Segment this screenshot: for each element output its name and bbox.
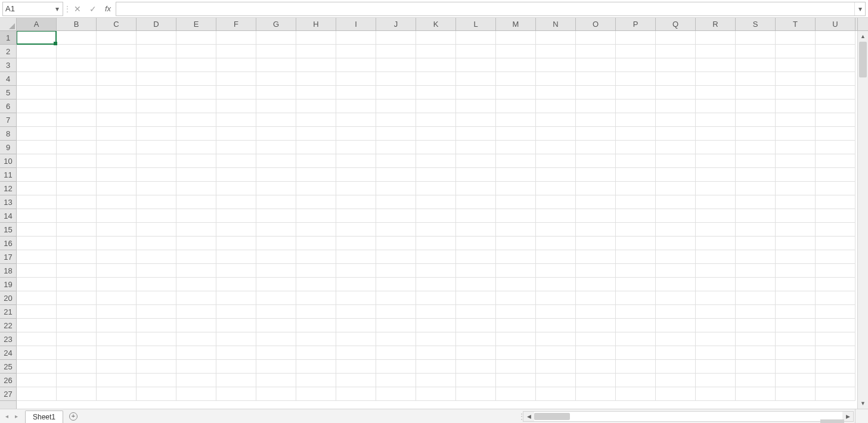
cell-F2[interactable] bbox=[216, 45, 256, 58]
vertical-scrollbar[interactable]: ▲ ▼ bbox=[857, 31, 868, 409]
cell-Q26[interactable] bbox=[656, 374, 696, 387]
cell-P12[interactable] bbox=[616, 182, 656, 195]
cell-F3[interactable] bbox=[216, 58, 256, 72]
cell-G18[interactable] bbox=[256, 264, 296, 278]
cell-H18[interactable] bbox=[296, 264, 336, 278]
cell-N1[interactable] bbox=[536, 31, 576, 45]
cell-K20[interactable] bbox=[416, 291, 456, 305]
column-header-l[interactable]: L bbox=[456, 18, 496, 30]
cell-U1[interactable] bbox=[816, 31, 855, 45]
cell-U23[interactable] bbox=[816, 332, 855, 346]
cell-N3[interactable] bbox=[536, 58, 576, 72]
cell-D13[interactable] bbox=[137, 195, 176, 209]
column-header-k[interactable]: K bbox=[416, 18, 456, 30]
cell-I26[interactable] bbox=[336, 374, 376, 387]
cell-T23[interactable] bbox=[776, 332, 816, 346]
cell-Q8[interactable] bbox=[656, 127, 696, 141]
column-header-h[interactable]: H bbox=[296, 18, 336, 30]
cell-O7[interactable] bbox=[576, 113, 616, 127]
cell-D25[interactable] bbox=[137, 360, 176, 374]
cell-C15[interactable] bbox=[97, 223, 137, 237]
cell-K9[interactable] bbox=[416, 141, 456, 154]
cell-S11[interactable] bbox=[736, 168, 776, 182]
cell-F24[interactable] bbox=[216, 346, 256, 360]
cell-B26[interactable] bbox=[57, 374, 97, 387]
cell-L22[interactable] bbox=[456, 319, 496, 332]
cell-O19[interactable] bbox=[576, 278, 616, 291]
cell-S16[interactable] bbox=[736, 237, 776, 250]
cell-F11[interactable] bbox=[216, 168, 256, 182]
cell-I18[interactable] bbox=[336, 264, 376, 278]
cell-G17[interactable] bbox=[256, 250, 296, 264]
cell-A10[interactable] bbox=[17, 154, 57, 168]
cell-R7[interactable] bbox=[696, 113, 736, 127]
cell-R18[interactable] bbox=[696, 264, 736, 278]
cell-R13[interactable] bbox=[696, 195, 736, 209]
scroll-down-icon[interactable]: ▼ bbox=[858, 398, 868, 409]
cell-J17[interactable] bbox=[376, 250, 416, 264]
cell-F27[interactable] bbox=[216, 387, 256, 401]
cell-Q22[interactable] bbox=[656, 319, 696, 332]
cell-K27[interactable] bbox=[416, 387, 456, 401]
cell-R23[interactable] bbox=[696, 332, 736, 346]
cell-C4[interactable] bbox=[97, 72, 137, 86]
vertical-scroll-thumb[interactable] bbox=[859, 42, 867, 77]
cell-F16[interactable] bbox=[216, 237, 256, 250]
cell-J7[interactable] bbox=[376, 113, 416, 127]
cell-K22[interactable] bbox=[416, 319, 456, 332]
cell-O24[interactable] bbox=[576, 346, 616, 360]
name-box-resize-handle[interactable]: ⋮ bbox=[66, 2, 69, 15]
cell-D5[interactable] bbox=[137, 86, 176, 99]
cell-R19[interactable] bbox=[696, 278, 736, 291]
cell-D16[interactable] bbox=[137, 237, 176, 250]
cell-I20[interactable] bbox=[336, 291, 376, 305]
cell-A8[interactable] bbox=[17, 127, 57, 141]
cell-B4[interactable] bbox=[57, 72, 97, 86]
cell-T20[interactable] bbox=[776, 291, 816, 305]
cell-K7[interactable] bbox=[416, 113, 456, 127]
cell-H10[interactable] bbox=[296, 154, 336, 168]
cell-A12[interactable] bbox=[17, 182, 57, 195]
column-header-u[interactable]: U bbox=[816, 18, 855, 30]
cell-A14[interactable] bbox=[17, 209, 57, 223]
row-header-17[interactable]: 17 bbox=[0, 250, 16, 264]
cell-O13[interactable] bbox=[576, 195, 616, 209]
cell-N11[interactable] bbox=[536, 168, 576, 182]
cell-P20[interactable] bbox=[616, 291, 656, 305]
cell-L9[interactable] bbox=[456, 141, 496, 154]
cell-G6[interactable] bbox=[256, 99, 296, 113]
cell-B20[interactable] bbox=[57, 291, 97, 305]
cell-B10[interactable] bbox=[57, 154, 97, 168]
cell-D20[interactable] bbox=[137, 291, 176, 305]
cell-P6[interactable] bbox=[616, 99, 656, 113]
cell-D6[interactable] bbox=[137, 99, 176, 113]
cell-R9[interactable] bbox=[696, 141, 736, 154]
row-header-18[interactable]: 18 bbox=[0, 264, 16, 278]
cell-G22[interactable] bbox=[256, 319, 296, 332]
cell-C6[interactable] bbox=[97, 99, 137, 113]
cell-L23[interactable] bbox=[456, 332, 496, 346]
cell-R15[interactable] bbox=[696, 223, 736, 237]
cell-B27[interactable] bbox=[57, 387, 97, 401]
cell-B16[interactable] bbox=[57, 237, 97, 250]
cell-M16[interactable] bbox=[496, 237, 536, 250]
row-header-2[interactable]: 2 bbox=[0, 45, 16, 58]
cell-D8[interactable] bbox=[137, 127, 176, 141]
cell-G23[interactable] bbox=[256, 332, 296, 346]
vertical-scroll-track[interactable] bbox=[858, 42, 868, 398]
cell-E9[interactable] bbox=[176, 141, 216, 154]
cell-G15[interactable] bbox=[256, 223, 296, 237]
cell-I23[interactable] bbox=[336, 332, 376, 346]
cell-I11[interactable] bbox=[336, 168, 376, 182]
cell-B2[interactable] bbox=[57, 45, 97, 58]
name-box[interactable]: ▾ bbox=[2, 2, 63, 16]
cell-K1[interactable] bbox=[416, 31, 456, 45]
cell-J27[interactable] bbox=[376, 387, 416, 401]
horizontal-scrollbar[interactable]: ◀ ▶ bbox=[523, 411, 854, 422]
cell-H20[interactable] bbox=[296, 291, 336, 305]
cell-Q20[interactable] bbox=[656, 291, 696, 305]
cell-T14[interactable] bbox=[776, 209, 816, 223]
cell-R25[interactable] bbox=[696, 360, 736, 374]
cell-O22[interactable] bbox=[576, 319, 616, 332]
cell-F8[interactable] bbox=[216, 127, 256, 141]
